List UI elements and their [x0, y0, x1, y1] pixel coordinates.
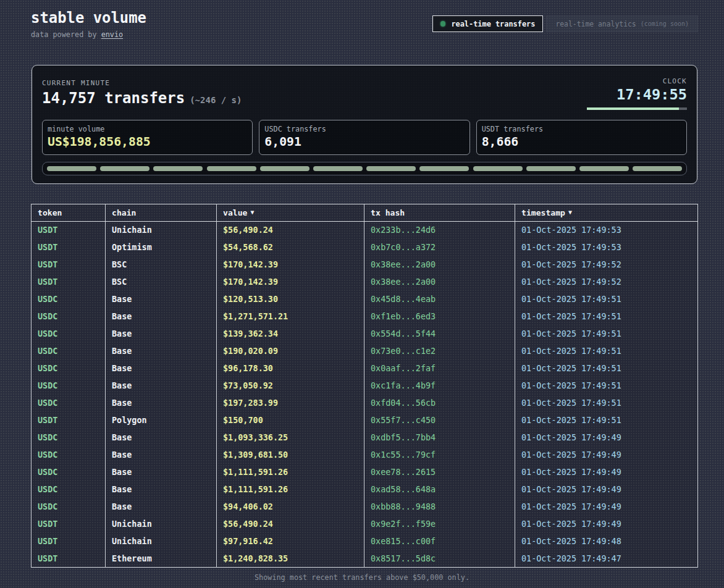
tab-realtime-transfers[interactable]: real-time transfers: [432, 15, 544, 32]
cell-time: 01-Oct-2025 17:49:47: [515, 550, 698, 568]
cell-hash[interactable]: 0xf1eb...6ed3: [364, 308, 515, 326]
brand: stable volume data powered by envio: [31, 9, 146, 39]
cell-hash[interactable]: 0xbb88...9488: [364, 498, 515, 516]
cell-token: USDC: [32, 377, 106, 395]
cell-token: USDT: [32, 274, 106, 291]
stats-transfers: CURRENT MINUTE 14,757 transfers (~246 / …: [42, 75, 242, 120]
cell-hash[interactable]: 0xad58...648a: [364, 481, 515, 498]
transfer-row: USDCBase$1,093,336.250xdbf5...7bb401-Oct…: [32, 429, 698, 447]
minute-segment: [47, 166, 96, 171]
cell-time: 01-Oct-2025 17:49:49: [515, 498, 698, 516]
cell-hash[interactable]: 0x45d8...4eab: [364, 291, 515, 308]
cell-value: $1,111,591.26: [217, 464, 364, 481]
cell-hash[interactable]: 0xe815...c00f: [364, 533, 515, 550]
cell-chain: Base: [106, 377, 217, 395]
transfers-count: 14,757 transfers: [42, 90, 185, 106]
cell-chain: BSC: [106, 256, 217, 274]
cell-time: 01-Oct-2025 17:49:49: [515, 447, 698, 464]
cell-hash[interactable]: 0xee78...2615: [364, 464, 515, 481]
cell-hash[interactable]: 0x9e2f...f59e: [364, 516, 515, 533]
transfer-row: USDCBase$139,362.340x554d...5f4401-Oct-2…: [32, 326, 698, 343]
envio-link[interactable]: envio: [101, 30, 124, 39]
column-header-label: timestamp: [521, 208, 565, 217]
cell-time: 01-Oct-2025 17:49:53: [515, 239, 698, 256]
stat-card-usdc-transfers: USDC transfers6,091: [259, 120, 469, 155]
cell-value: $54,568.62: [217, 239, 364, 256]
stat-card-usdt-transfers: USDT transfers8,666: [476, 120, 687, 155]
cell-token: USDT: [32, 412, 106, 429]
minute-segment: [579, 166, 629, 171]
transfer-row: USDTOptimism$54,568.620xb7c0...a37201-Oc…: [32, 239, 698, 256]
cell-token: USDT: [32, 533, 106, 550]
minute-segment: [313, 166, 363, 171]
stat-card-minute-volume: minute volumeUS$198,856,885: [42, 120, 253, 155]
column-header-chain[interactable]: chain: [106, 204, 217, 222]
sort-desc-icon: ▼: [250, 209, 254, 216]
current-minute-label: CURRENT MINUTE: [42, 79, 242, 87]
cell-chain: Base: [106, 308, 217, 326]
cell-token: USDC: [32, 464, 106, 481]
cell-hash[interactable]: 0x73e0...c1e2: [364, 343, 515, 360]
cell-value: $97,916.42: [217, 533, 364, 550]
cell-value: $170,142.39: [217, 256, 364, 274]
coming-soon-label: (coming soon): [641, 20, 689, 27]
cell-chain: Base: [106, 447, 217, 464]
cell-hash[interactable]: 0x55f7...c450: [364, 412, 515, 429]
cell-token: USDC: [32, 447, 106, 464]
cell-chain: Unichain: [106, 222, 217, 239]
cell-value: $1,309,681.50: [217, 447, 364, 464]
cell-token: USDC: [32, 343, 106, 360]
cell-value: $1,271,571.21: [217, 308, 364, 326]
column-header-hash[interactable]: tx hash: [364, 204, 515, 222]
tab-realtime-analytics[interactable]: real-time analytics (coming soon): [546, 15, 698, 32]
transfer-row: USDCBase$1,309,681.500x1c55...79cf01-Oct…: [32, 447, 698, 464]
cell-time: 01-Oct-2025 17:49:49: [515, 464, 698, 481]
column-header-label: tx hash: [371, 208, 405, 217]
cell-time: 01-Oct-2025 17:49:48: [515, 533, 698, 550]
cell-value: $94,406.02: [217, 498, 364, 516]
transfer-row: USDCBase$1,271,571.210xf1eb...6ed301-Oct…: [32, 308, 698, 326]
cell-chain: BSC: [106, 274, 217, 291]
cell-time: 01-Oct-2025 17:49:53: [515, 222, 698, 239]
cell-hash[interactable]: 0x233b...24d6: [364, 222, 515, 239]
cell-hash[interactable]: 0xfd04...56cb: [364, 395, 515, 412]
transfers-count-line: 14,757 transfers (~246 / s): [42, 90, 242, 106]
transfer-row: USDCBase$120,513.300x45d8...4eab01-Oct-2…: [32, 291, 698, 308]
powered-by: data powered by envio: [31, 30, 146, 39]
tab-bar: real-time transfers real-time analytics …: [432, 15, 698, 32]
current-minute-panel: CURRENT MINUTE 14,757 transfers (~246 / …: [32, 65, 697, 184]
cell-token: USDC: [32, 498, 106, 516]
live-dot-icon: [440, 21, 446, 27]
cell-hash[interactable]: 0x38ee...2a00: [364, 274, 515, 291]
cell-hash[interactable]: 0x1c55...79cf: [364, 447, 515, 464]
stats-header: CURRENT MINUTE 14,757 transfers (~246 / …: [42, 75, 687, 120]
footer-note: Showing most recent transfers above $50,…: [0, 573, 724, 582]
cell-hash[interactable]: 0x554d...5f44: [364, 326, 515, 343]
cell-value: $197,283.99: [217, 395, 364, 412]
cell-time: 01-Oct-2025 17:49:51: [515, 343, 698, 360]
cell-hash[interactable]: 0xc1fa...4b9f: [364, 377, 515, 395]
cell-chain: Base: [106, 360, 217, 377]
clock-progress-fill: [587, 107, 679, 110]
cell-chain: Base: [106, 464, 217, 481]
cell-time: 01-Oct-2025 17:49:51: [515, 326, 698, 343]
cell-hash[interactable]: 0xb7c0...a372: [364, 239, 515, 256]
cell-chain: Base: [106, 343, 217, 360]
column-header-time[interactable]: timestamp▼: [515, 204, 698, 222]
cell-value: $1,240,828.35: [217, 550, 364, 568]
cell-chain: Base: [106, 291, 217, 308]
column-header-token[interactable]: token: [32, 204, 106, 222]
cell-chain: Unichain: [106, 533, 217, 550]
cell-time: 01-Oct-2025 17:49:51: [515, 395, 698, 412]
stat-card-label: minute volume: [48, 125, 247, 133]
minute-segment: [100, 166, 149, 171]
cell-hash[interactable]: 0x38ee...2a00: [364, 256, 515, 274]
transfers-table-wrap: tokenchainvalue▼tx hashtimestamp▼ USDTUn…: [31, 204, 698, 568]
clock-label: CLOCK: [587, 77, 687, 85]
cell-hash[interactable]: 0xdbf5...7bb4: [364, 429, 515, 447]
cell-hash[interactable]: 0x0aaf...2faf: [364, 360, 515, 377]
column-header-value[interactable]: value▼: [217, 204, 364, 222]
cell-hash[interactable]: 0x8517...5d8c: [364, 550, 515, 568]
cell-value: $73,050.92: [217, 377, 364, 395]
minute-segment: [633, 166, 682, 171]
